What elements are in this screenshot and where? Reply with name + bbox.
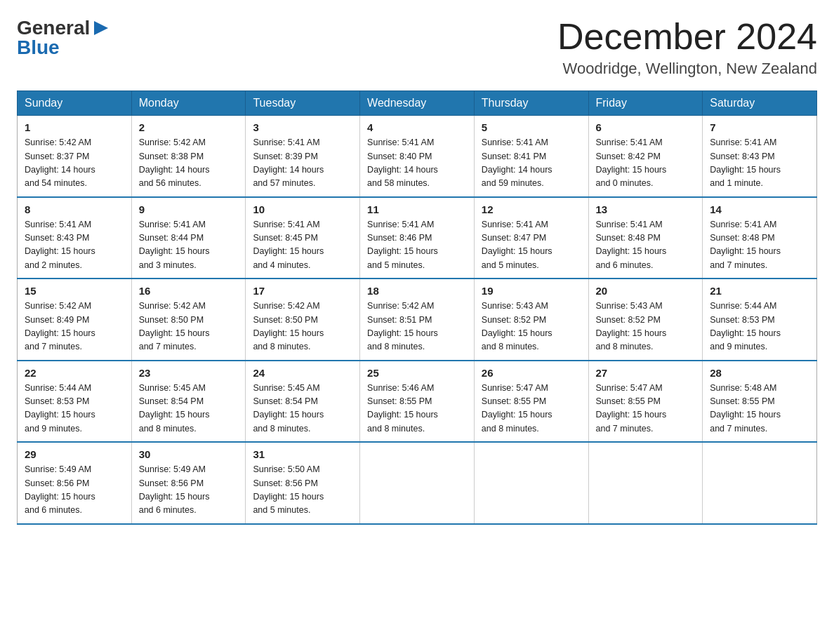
day-info: Sunrise: 5:43 AM Sunset: 8:52 PM Dayligh… — [596, 300, 696, 354]
calendar-cell: 15Sunrise: 5:42 AM Sunset: 8:49 PM Dayli… — [18, 279, 132, 361]
calendar-cell: 21Sunrise: 5:44 AM Sunset: 8:53 PM Dayli… — [703, 279, 817, 361]
calendar-cell: 12Sunrise: 5:41 AM Sunset: 8:47 PM Dayli… — [474, 197, 588, 279]
day-number: 16 — [139, 285, 239, 297]
day-number: 18 — [367, 285, 467, 297]
calendar-cell: 17Sunrise: 5:42 AM Sunset: 8:50 PM Dayli… — [246, 279, 360, 361]
day-number: 20 — [596, 285, 696, 297]
day-info: Sunrise: 5:45 AM Sunset: 8:54 PM Dayligh… — [253, 382, 352, 436]
day-info: Sunrise: 5:41 AM Sunset: 8:48 PM Dayligh… — [710, 218, 809, 273]
svg-marker-0 — [94, 21, 108, 35]
calendar-cell: 19Sunrise: 5:43 AM Sunset: 8:52 PM Dayli… — [474, 279, 588, 361]
calendar-header: SundayMondayTuesdayWednesdayThursdayFrid… — [18, 91, 817, 116]
calendar-week-4: 22Sunrise: 5:44 AM Sunset: 8:53 PM Dayli… — [18, 361, 817, 443]
calendar-cell: 8Sunrise: 5:41 AM Sunset: 8:43 PM Daylig… — [18, 197, 132, 279]
day-number: 21 — [710, 285, 809, 297]
day-number: 31 — [253, 448, 352, 460]
calendar-cell: 23Sunrise: 5:45 AM Sunset: 8:54 PM Dayli… — [131, 361, 246, 443]
calendar-title: December 2024 — [557, 17, 817, 57]
calendar-cell: 11Sunrise: 5:41 AM Sunset: 8:46 PM Dayli… — [360, 197, 475, 279]
calendar-cell — [474, 442, 588, 524]
day-number: 9 — [139, 203, 239, 215]
day-info: Sunrise: 5:41 AM Sunset: 8:43 PM Dayligh… — [25, 218, 124, 273]
day-info: Sunrise: 5:50 AM Sunset: 8:56 PM Dayligh… — [253, 463, 352, 518]
calendar-cell — [703, 442, 817, 524]
calendar-cell: 24Sunrise: 5:45 AM Sunset: 8:54 PM Dayli… — [246, 361, 360, 443]
header-day-sunday: Sunday — [18, 91, 132, 116]
calendar-week-1: 1Sunrise: 5:42 AM Sunset: 8:37 PM Daylig… — [18, 116, 817, 197]
title-block: December 2024 Woodridge, Wellington, New… — [557, 17, 817, 78]
day-number: 29 — [25, 448, 124, 460]
day-info: Sunrise: 5:41 AM Sunset: 8:45 PM Dayligh… — [253, 218, 352, 273]
day-number: 7 — [710, 121, 809, 133]
day-info: Sunrise: 5:42 AM Sunset: 8:38 PM Dayligh… — [139, 136, 239, 191]
calendar-cell: 16Sunrise: 5:42 AM Sunset: 8:50 PM Dayli… — [131, 279, 246, 361]
day-number: 6 — [596, 121, 696, 133]
header-day-monday: Monday — [131, 91, 246, 116]
calendar-cell: 27Sunrise: 5:47 AM Sunset: 8:55 PM Dayli… — [588, 361, 703, 443]
calendar-cell: 10Sunrise: 5:41 AM Sunset: 8:45 PM Dayli… — [246, 197, 360, 279]
calendar-cell: 31Sunrise: 5:50 AM Sunset: 8:56 PM Dayli… — [246, 442, 360, 524]
day-info: Sunrise: 5:42 AM Sunset: 8:49 PM Dayligh… — [25, 300, 124, 354]
calendar-cell: 6Sunrise: 5:41 AM Sunset: 8:42 PM Daylig… — [588, 116, 703, 197]
day-number: 8 — [25, 203, 124, 215]
calendar-cell: 25Sunrise: 5:46 AM Sunset: 8:55 PM Dayli… — [360, 361, 475, 443]
calendar-week-3: 15Sunrise: 5:42 AM Sunset: 8:49 PM Dayli… — [18, 279, 817, 361]
day-number: 26 — [482, 367, 581, 379]
calendar-table: SundayMondayTuesdayWednesdayThursdayFrid… — [17, 90, 817, 525]
calendar-cell: 7Sunrise: 5:41 AM Sunset: 8:43 PM Daylig… — [703, 116, 817, 197]
day-info: Sunrise: 5:42 AM Sunset: 8:51 PM Dayligh… — [367, 300, 467, 354]
header-day-tuesday: Tuesday — [246, 91, 360, 116]
day-info: Sunrise: 5:41 AM Sunset: 8:46 PM Dayligh… — [367, 218, 467, 273]
day-number: 2 — [139, 121, 239, 133]
day-info: Sunrise: 5:47 AM Sunset: 8:55 PM Dayligh… — [482, 382, 581, 436]
day-info: Sunrise: 5:49 AM Sunset: 8:56 PM Dayligh… — [139, 463, 239, 518]
calendar-cell — [360, 442, 475, 524]
day-info: Sunrise: 5:46 AM Sunset: 8:55 PM Dayligh… — [367, 382, 467, 436]
calendar-cell: 9Sunrise: 5:41 AM Sunset: 8:44 PM Daylig… — [131, 197, 246, 279]
day-number: 12 — [482, 203, 581, 215]
day-info: Sunrise: 5:41 AM Sunset: 8:41 PM Dayligh… — [482, 136, 581, 191]
day-info: Sunrise: 5:42 AM Sunset: 8:50 PM Dayligh… — [253, 300, 352, 354]
calendar-week-2: 8Sunrise: 5:41 AM Sunset: 8:43 PM Daylig… — [18, 197, 817, 279]
calendar-cell: 18Sunrise: 5:42 AM Sunset: 8:51 PM Dayli… — [360, 279, 475, 361]
calendar-cell: 20Sunrise: 5:43 AM Sunset: 8:52 PM Dayli… — [588, 279, 703, 361]
header-row: SundayMondayTuesdayWednesdayThursdayFrid… — [18, 91, 817, 116]
day-number: 10 — [253, 203, 352, 215]
logo-blue-text: Blue — [17, 36, 112, 59]
header-day-friday: Friday — [588, 91, 703, 116]
logo: General Blue — [17, 17, 112, 59]
day-info: Sunrise: 5:41 AM Sunset: 8:48 PM Dayligh… — [596, 218, 696, 273]
page-header: General Blue December 2024 Woodridge, We… — [17, 17, 817, 78]
day-info: Sunrise: 5:41 AM Sunset: 8:42 PM Dayligh… — [596, 136, 696, 191]
day-number: 11 — [367, 203, 467, 215]
day-number: 3 — [253, 121, 352, 133]
day-number: 23 — [139, 367, 239, 379]
day-number: 28 — [710, 367, 809, 379]
calendar-cell: 4Sunrise: 5:41 AM Sunset: 8:40 PM Daylig… — [360, 116, 475, 197]
day-number: 15 — [25, 285, 124, 297]
day-number: 13 — [596, 203, 696, 215]
day-info: Sunrise: 5:41 AM Sunset: 8:44 PM Dayligh… — [139, 218, 239, 273]
day-number: 14 — [710, 203, 809, 215]
calendar-cell: 29Sunrise: 5:49 AM Sunset: 8:56 PM Dayli… — [18, 442, 132, 524]
header-day-thursday: Thursday — [474, 91, 588, 116]
day-number: 30 — [139, 448, 239, 460]
calendar-week-5: 29Sunrise: 5:49 AM Sunset: 8:56 PM Dayli… — [18, 442, 817, 524]
day-number: 27 — [596, 367, 696, 379]
day-number: 22 — [25, 367, 124, 379]
day-number: 19 — [482, 285, 581, 297]
day-info: Sunrise: 5:41 AM Sunset: 8:47 PM Dayligh… — [482, 218, 581, 273]
calendar-cell — [588, 442, 703, 524]
day-number: 24 — [253, 367, 352, 379]
logo-arrow-icon — [91, 18, 111, 38]
calendar-subtitle: Woodridge, Wellington, New Zealand — [557, 60, 817, 78]
day-info: Sunrise: 5:42 AM Sunset: 8:37 PM Dayligh… — [25, 136, 124, 191]
calendar-body: 1Sunrise: 5:42 AM Sunset: 8:37 PM Daylig… — [18, 116, 817, 524]
day-info: Sunrise: 5:47 AM Sunset: 8:55 PM Dayligh… — [596, 382, 696, 436]
calendar-cell: 22Sunrise: 5:44 AM Sunset: 8:53 PM Dayli… — [18, 361, 132, 443]
calendar-cell: 1Sunrise: 5:42 AM Sunset: 8:37 PM Daylig… — [18, 116, 132, 197]
day-number: 17 — [253, 285, 352, 297]
day-info: Sunrise: 5:44 AM Sunset: 8:53 PM Dayligh… — [25, 382, 124, 436]
day-info: Sunrise: 5:43 AM Sunset: 8:52 PM Dayligh… — [482, 300, 581, 354]
calendar-cell: 30Sunrise: 5:49 AM Sunset: 8:56 PM Dayli… — [131, 442, 246, 524]
